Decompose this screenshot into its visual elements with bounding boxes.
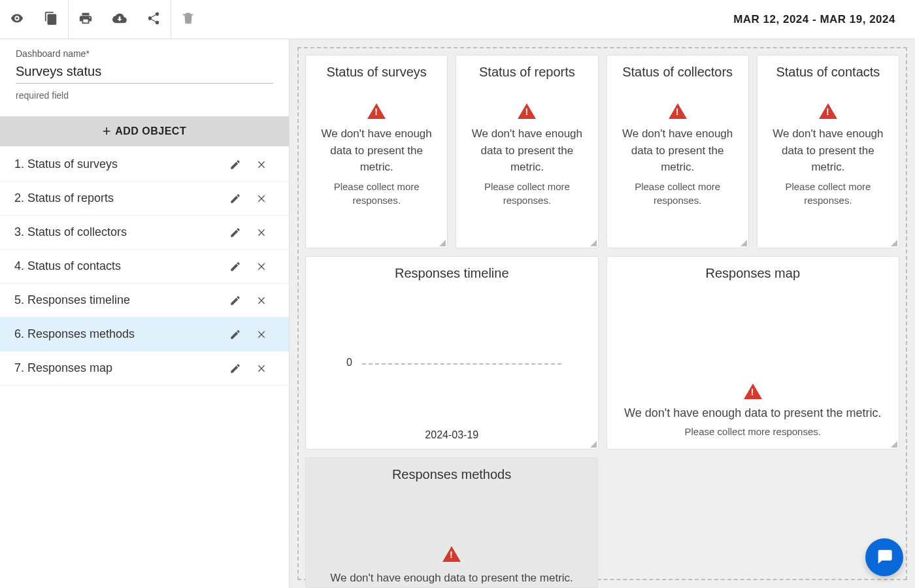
close-icon[interactable] xyxy=(248,363,274,374)
canvas[interactable]: Status of surveys We don't have enough d… xyxy=(297,47,907,580)
edit-icon[interactable] xyxy=(222,159,248,171)
row-3: Responses methods We don't have enough d… xyxy=(305,457,899,588)
date-range[interactable]: MAR 12, 2024 - MAR 19, 2024 xyxy=(733,13,902,26)
widget-responses-timeline[interactable]: Responses timeline 0 2024-03-19 xyxy=(305,256,599,449)
topbar: MAR 12, 2024 - MAR 19, 2024 xyxy=(0,0,915,39)
close-icon[interactable] xyxy=(248,261,274,272)
required-hint: required field xyxy=(16,90,273,101)
add-object-button[interactable]: + ADD OBJECT xyxy=(0,116,289,146)
list-item[interactable]: 2. Status of reports xyxy=(0,182,289,216)
main: Dashboard name* required field + ADD OBJ… xyxy=(0,39,915,588)
chat-icon xyxy=(875,547,893,568)
warning-icon xyxy=(518,103,536,119)
widget-title: Status of collectors xyxy=(617,56,738,86)
list-item-label: 5. Responses timeline xyxy=(14,293,222,307)
edit-icon[interactable] xyxy=(222,329,248,340)
list-item[interactable]: 5. Responses timeline xyxy=(0,284,289,318)
widget-responses-methods[interactable]: Responses methods We don't have enough d… xyxy=(305,457,598,588)
topbar-tools xyxy=(0,0,205,39)
warning-icon xyxy=(367,103,386,119)
download-button[interactable] xyxy=(103,0,137,39)
resize-handle[interactable] xyxy=(590,441,597,448)
row-1: Status of surveys We don't have enough d… xyxy=(305,55,899,248)
edit-icon[interactable] xyxy=(222,227,248,238)
delete-button[interactable] xyxy=(171,0,205,39)
list-item[interactable]: 3. Status of collectors xyxy=(0,216,289,250)
resize-handle[interactable] xyxy=(891,441,897,448)
list-item-label: 7. Responses map xyxy=(14,361,222,375)
methods-body: We don't have enough data to present the… xyxy=(306,489,597,587)
chat-fab[interactable] xyxy=(865,538,903,576)
print-button[interactable] xyxy=(69,0,103,39)
tool-group-2 xyxy=(69,0,171,39)
map-body: We don't have enough data to present the… xyxy=(607,287,899,449)
object-list: 1. Status of surveys2. Status of reports… xyxy=(0,148,289,385)
share-icon xyxy=(146,11,161,28)
widget-submessage: Please collect more responses. xyxy=(672,422,834,445)
edit-icon[interactable] xyxy=(222,363,248,374)
widget-message: We don't have enough data to present the… xyxy=(757,119,899,176)
dashboard-name-block: Dashboard name* required field xyxy=(0,39,289,105)
widget-status-surveys[interactable]: Status of surveys We don't have enough d… xyxy=(305,55,448,248)
add-object-label: ADD OBJECT xyxy=(115,125,186,137)
widget-status-collectors[interactable]: Status of collectors We don't have enoug… xyxy=(607,55,749,248)
list-item[interactable]: 6. Responses methods xyxy=(0,318,289,351)
timeline-gridline xyxy=(362,363,561,365)
dashboard-name-input[interactable] xyxy=(16,61,273,84)
widget-status-contacts[interactable]: Status of contacts We don't have enough … xyxy=(757,55,899,248)
close-icon[interactable] xyxy=(248,193,274,204)
widget-title: Status of contacts xyxy=(771,56,885,86)
warning-icon xyxy=(744,384,762,399)
close-icon[interactable] xyxy=(248,295,274,306)
y-axis-zero: 0 xyxy=(346,357,352,368)
resize-handle[interactable] xyxy=(439,240,446,246)
widget-status-reports[interactable]: Status of reports We don't have enough d… xyxy=(456,55,598,248)
copy-icon xyxy=(44,11,58,28)
dashboard-name-label: Dashboard name* xyxy=(16,48,273,59)
list-item[interactable]: 7. Responses map xyxy=(0,351,289,385)
widget-title: Responses map xyxy=(700,257,805,287)
widget-responses-map[interactable]: Responses map We don't have enough data … xyxy=(607,256,900,449)
widget-message: We don't have enough data to present the… xyxy=(607,119,748,176)
widget-title: Responses methods xyxy=(387,458,516,489)
row-2: Responses timeline 0 2024-03-19 Response… xyxy=(305,256,899,449)
list-item-label: 3. Status of collectors xyxy=(14,225,222,239)
widget-submessage: Please collect more responses. xyxy=(607,176,748,218)
sidebar: Dashboard name* required field + ADD OBJ… xyxy=(0,39,290,588)
widget-submessage: Please collect more responses. xyxy=(757,176,899,218)
widget-title: Status of surveys xyxy=(321,56,431,86)
share-button[interactable] xyxy=(137,0,171,39)
widget-message: We don't have enough data to present the… xyxy=(456,119,597,176)
download-icon xyxy=(112,11,127,28)
copy-button[interactable] xyxy=(34,0,68,39)
list-item-label: 4. Status of contacts xyxy=(14,259,222,273)
widget-message: We don't have enough data to present the… xyxy=(322,563,581,588)
list-item[interactable]: 1. Status of surveys xyxy=(0,148,289,182)
resize-handle[interactable] xyxy=(590,240,597,246)
warning-icon xyxy=(442,546,461,562)
list-item[interactable]: 4. Status of contacts xyxy=(0,250,289,284)
widget-title: Status of reports xyxy=(474,56,580,86)
list-item-label: 6. Responses methods xyxy=(14,327,222,341)
edit-icon[interactable] xyxy=(222,261,248,272)
warning-icon xyxy=(669,103,687,119)
widget-submessage: Please collect more responses. xyxy=(456,176,597,218)
preview-button[interactable] xyxy=(0,0,34,39)
edit-icon[interactable] xyxy=(222,295,248,306)
edit-icon[interactable] xyxy=(222,193,248,204)
tool-group-1 xyxy=(0,0,69,39)
widget-message: We don't have enough data to present the… xyxy=(306,119,447,176)
canvas-wrap: Status of surveys We don't have enough d… xyxy=(290,39,915,588)
widget-message: We don't have enough data to present the… xyxy=(611,400,894,422)
resize-handle[interactable] xyxy=(740,240,747,246)
close-icon[interactable] xyxy=(248,329,274,340)
widget-submessage: Please collect more responses. xyxy=(306,176,447,218)
resize-handle[interactable] xyxy=(891,240,897,246)
close-icon[interactable] xyxy=(248,159,274,170)
warning-icon xyxy=(819,103,837,119)
widget-title: Responses timeline xyxy=(390,257,514,287)
close-icon[interactable] xyxy=(248,227,274,238)
trash-icon xyxy=(181,11,195,28)
list-item-label: 1. Status of surveys xyxy=(14,157,222,171)
eye-icon xyxy=(10,11,24,28)
